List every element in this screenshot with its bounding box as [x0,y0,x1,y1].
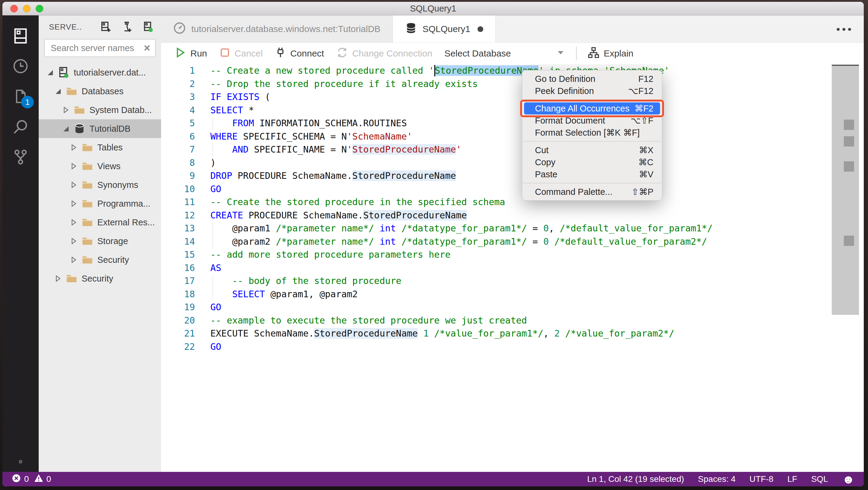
source-control-activity-button[interactable] [2,142,39,172]
tab-tutorialserver-database-windows-net-tutorialdb[interactable]: tutorialserver.database.windows.net:Tuto… [161,15,393,42]
tree-item-security[interactable]: Security [39,251,161,269]
minimize-window-button[interactable] [23,5,31,12]
search-activity-button[interactable] [2,112,39,142]
code-line-15[interactable]: 15-- add more stored procedure parameter… [161,248,713,261]
tree-item-storage[interactable]: Storage [39,232,161,251]
chevron-collapsed-icon[interactable] [68,181,79,189]
tree-item-system-datab[interactable]: System Datab... [39,101,161,119]
tree-item-tutorialdb[interactable]: TutorialDB [39,119,161,138]
code-token: @param1 [210,223,276,233]
toolbar-cancel-button[interactable]: Cancel [213,47,269,60]
toolbar-change-connection-button[interactable]: Change Connection [330,46,438,61]
chevron-collapsed-icon[interactable] [68,256,79,264]
close-window-button[interactable] [10,5,18,12]
feedback-smiley-icon[interactable]: ☻ [842,473,855,485]
tree-item-label: Security [82,274,113,284]
code-token: = [527,236,544,247]
line-number: 16 [161,261,195,274]
menu-item-cut[interactable]: Cut⌘X [524,144,660,156]
tree-item-synonyms[interactable]: Synonyms [39,175,161,194]
editor[interactable]: 1-- Create a new stored procedure called… [161,64,864,472]
chevron-collapsed-icon[interactable] [60,106,71,114]
menu-item-format-document[interactable]: Format Document⌥⇧F [524,115,660,127]
code-token: -- add more stored procedure parameters … [210,249,451,260]
chevron-expanded-icon[interactable] [60,125,71,133]
code-token: GO [210,184,221,194]
code-line-22[interactable]: 22GO [161,340,713,354]
tree-item-label: Security [97,255,129,265]
code-token: ' [456,144,462,155]
status-lf[interactable]: LF [787,474,797,484]
tree-item-databases[interactable]: Databases [39,82,161,101]
folder-icon [82,217,93,228]
active-connections-icon[interactable] [142,21,154,33]
line-number: 22 [161,340,195,354]
more-actions-icon[interactable]: ••• [836,23,864,35]
title-bar[interactable]: SQLQuery1 [2,2,864,15]
code-line-18[interactable]: 18 SELECT @param1, @param2 [161,288,713,301]
new-server-group-icon[interactable] [121,21,133,33]
menu-item-command-palette[interactable]: Command Palette...⇧⌘P [524,186,660,198]
tree-item-label: Views [97,161,121,171]
status-ln-1-col-42-19-selected[interactable]: Ln 1, Col 42 (19 selected) [587,474,684,484]
close-icon[interactable]: × [144,42,150,54]
tree-item-views[interactable]: Views [39,157,161,175]
settings-gear-icon[interactable]: ⚙ [19,459,23,465]
zoom-window-button[interactable] [36,5,43,12]
status-utf-8[interactable]: UTF-8 [749,474,773,484]
dashboard-icon [173,22,186,37]
tree-item-external-res[interactable]: External Res... [39,213,161,232]
tree-item-tutorialserver-dat[interactable]: tutorialserver.dat... [39,63,161,82]
search-input[interactable] [50,43,144,54]
status-spaces-4[interactable]: Spaces: 4 [698,474,736,484]
scrollbar-slider[interactable] [832,65,859,315]
error-icon-status[interactable]: 0 [11,473,29,485]
chevron-collapsed-icon[interactable] [68,162,79,170]
status-sql[interactable]: SQL [811,474,828,484]
code-line-16[interactable]: 16AS [161,261,713,274]
menu-item-peek-definition[interactable]: Peek Definition⌥F12 [524,85,660,97]
code-token [418,328,423,339]
chevron-collapsed-icon[interactable] [68,237,79,245]
tree-item-tables[interactable]: Tables [39,138,161,157]
line-number: 9 [161,169,195,183]
menu-item-paste[interactable]: Paste⌘V [524,168,660,181]
chevron-collapsed-icon[interactable] [68,200,79,207]
toolbar-connect-button[interactable]: Connect [269,47,330,60]
menu-item-change-all-occurrences[interactable]: Change All Occurrences⌘F2 [524,102,660,115]
code-line-21[interactable]: 21EXECUTE SchemaName.StoredProcedureName… [161,327,713,340]
code-token: StoredProcedureName [352,144,456,155]
toolbar-select-database-button[interactable]: Select Database [438,48,571,59]
code-line-12[interactable]: 12CREATE PROCEDURE SchemaName.StoredProc… [161,209,713,222]
tree-item-programma[interactable]: Programma... [39,194,161,213]
line-number: 20 [161,314,195,327]
menu-item-copy[interactable]: Copy⌘C [524,156,660,168]
warning-icon-status[interactable]: 0 [34,473,51,485]
badge-count: 1 [21,96,34,108]
toolbar-run-button[interactable]: Run [168,46,213,61]
line-number: 13 [161,222,195,235]
chevron-expanded-icon[interactable] [53,87,63,95]
menu-item-go-to-definition[interactable]: Go to DefinitionF12 [524,73,660,85]
tree-item-security[interactable]: Security [39,269,161,288]
menu-item-label: Command Palette... [535,187,612,197]
toolbar-explain-button[interactable]: Explain [582,46,639,61]
files-activity-button[interactable]: 1 [2,82,39,112]
chevron-expanded-icon[interactable] [45,69,56,76]
chevron-collapsed-icon[interactable] [68,219,79,226]
status-bar: 00 Ln 1, Col 42 (19 selected)Spaces: 4UT… [2,472,864,486]
code-line-17[interactable]: 17 -- body of the stored procedure [161,274,713,288]
tab-sqlquery1[interactable]: SQLQuery1 [393,15,496,42]
chevron-collapsed-icon[interactable] [53,274,63,283]
code-token: /*datatype_for_param1*/ [401,223,527,233]
code-line-20[interactable]: 20-- example to execute the stored proce… [161,314,713,327]
code-line-19[interactable]: 19GO [161,301,713,314]
menu-item-format-selection-k-f[interactable]: Format Selection [⌘K ⌘F] [524,127,660,139]
app-window: SQLQuery1 1 ⚙ SERVE.. × tutorialserver.d… [2,2,864,486]
chevron-collapsed-icon[interactable] [68,143,79,151]
code-line-14[interactable]: 14 @param2 /*parameter name*/ int /*data… [161,235,713,248]
code-line-13[interactable]: 13 @param1 /*parameter name*/ int /*data… [161,222,713,235]
new-connection-icon[interactable] [100,21,112,33]
connections-activity-button[interactable] [2,22,39,52]
history-activity-button[interactable] [2,52,39,82]
